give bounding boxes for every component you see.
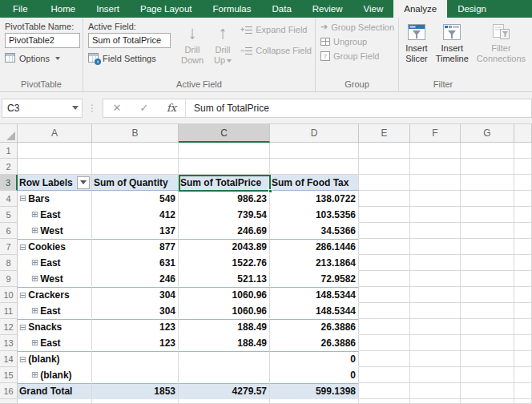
cell-C6[interactable]: 246.69 (179, 223, 270, 239)
cell-E8[interactable] (359, 255, 410, 271)
cell-A7[interactable]: ⊟Cookies (18, 239, 92, 255)
collapse-box-icon[interactable]: ⊟ (19, 323, 26, 332)
cell-F16[interactable] (410, 383, 461, 399)
cell-G15[interactable] (461, 367, 514, 383)
expand-box-icon[interactable]: ⊞ (31, 370, 38, 379)
drill-up-button[interactable]: ↑ Drill Up (208, 20, 237, 79)
expand-box-icon[interactable]: ⊞ (31, 210, 38, 219)
cell-E4[interactable] (359, 191, 410, 207)
cell-B10[interactable]: 304 (92, 287, 179, 303)
collapse-box-icon[interactable]: ⊟ (19, 194, 26, 203)
tab-view[interactable]: View (353, 0, 394, 18)
cell-F6[interactable] (410, 223, 461, 239)
drill-down-button[interactable]: ↓ Drill Down (178, 20, 207, 79)
insert-function-icon[interactable]: fx (158, 102, 185, 114)
cell-G5[interactable] (461, 207, 514, 223)
cell-D17[interactable] (270, 399, 359, 404)
cell-G8[interactable] (461, 255, 514, 271)
row-header-7[interactable]: 7 (0, 239, 18, 255)
cell-F8[interactable] (410, 255, 461, 271)
cell-D15[interactable]: 0 (270, 367, 359, 383)
cell-E13[interactable] (359, 335, 410, 351)
tab-page-layout[interactable]: Page Layout (130, 0, 203, 18)
collapse-box-icon[interactable]: ⊟ (19, 243, 26, 252)
cell-B6[interactable]: 137 (92, 223, 179, 239)
formula-content[interactable]: Sum of TotalPrice (186, 103, 269, 114)
cell-F7[interactable] (410, 239, 461, 255)
cell-H7[interactable] (514, 239, 532, 255)
row-header-1[interactable]: 1 (0, 143, 18, 159)
cell-D11[interactable]: 148.5344 (270, 303, 359, 319)
cell-A1[interactable] (18, 143, 92, 159)
cell-H3[interactable] (514, 175, 532, 191)
cell-D3[interactable]: Sum of Food Tax (270, 175, 359, 191)
cell-B15[interactable] (92, 367, 179, 383)
cell-H13[interactable] (514, 335, 532, 351)
column-header-F[interactable]: F (410, 124, 461, 143)
collapse-field-button[interactable]: − Collapse Field (240, 46, 312, 55)
cell-C7[interactable]: 2043.89 (179, 239, 270, 255)
cell-B8[interactable]: 631 (92, 255, 179, 271)
row-labels-filter-button[interactable] (77, 176, 90, 189)
expand-box-icon[interactable]: ⊞ (31, 258, 38, 267)
enter-icon[interactable]: ✓ (131, 102, 158, 114)
row-header-15[interactable]: 15 (0, 367, 18, 383)
cell-A4[interactable]: ⊟Bars (18, 191, 92, 207)
cell-D13[interactable]: 26.3886 (270, 335, 359, 351)
column-header-A[interactable]: A (18, 124, 92, 143)
cell-E10[interactable] (359, 287, 410, 303)
cell-C14[interactable] (179, 351, 270, 367)
cell-D1[interactable] (270, 143, 359, 159)
cell-D5[interactable]: 103.5356 (270, 207, 359, 223)
cell-C13[interactable]: 188.49 (179, 335, 270, 351)
row-header-12[interactable]: 12 (0, 319, 18, 335)
cell-A15[interactable]: ⊞(blank) (18, 367, 92, 383)
cell-A2[interactable] (18, 159, 92, 175)
cell-H1[interactable] (514, 143, 532, 159)
cell-H17[interactable] (514, 399, 532, 404)
column-header-C[interactable]: C (179, 124, 270, 143)
cell-B1[interactable] (92, 143, 179, 159)
collapse-box-icon[interactable]: ⊟ (19, 355, 26, 364)
cell-A14[interactable]: ⊟(blank) (18, 351, 92, 367)
cell-D9[interactable]: 72.9582 (270, 271, 359, 287)
column-header-G[interactable]: G (461, 124, 514, 143)
cell-F11[interactable] (410, 303, 461, 319)
cell-C11[interactable]: 1060.96 (179, 303, 270, 319)
cell-H16[interactable] (514, 383, 532, 399)
cell-H12[interactable] (514, 319, 532, 335)
column-header-partial[interactable] (514, 124, 532, 143)
group-field-button[interactable]: 7 Group Field (320, 51, 395, 61)
cell-B4[interactable]: 549 (92, 191, 179, 207)
row-header-5[interactable]: 5 (0, 207, 18, 223)
cell-E17[interactable] (359, 399, 410, 404)
cell-H5[interactable] (514, 207, 532, 223)
row-header-8[interactable]: 8 (0, 255, 18, 271)
cell-E6[interactable] (359, 223, 410, 239)
cell-D10[interactable]: 148.5344 (270, 287, 359, 303)
cell-C15[interactable] (179, 367, 270, 383)
cell-F5[interactable] (410, 207, 461, 223)
cell-G7[interactable] (461, 239, 514, 255)
cell-F1[interactable] (410, 143, 461, 159)
cell-A12[interactable]: ⊟Snacks (18, 319, 92, 335)
cell-G16[interactable] (461, 383, 514, 399)
column-header-E[interactable]: E (359, 124, 410, 143)
cell-C4[interactable]: 986.23 (179, 191, 270, 207)
cell-A11[interactable]: ⊞East (18, 303, 92, 319)
cell-A8[interactable]: ⊞East (18, 255, 92, 271)
cell-F10[interactable] (410, 287, 461, 303)
cell-D16[interactable]: 599.1398 (270, 383, 359, 399)
expand-box-icon[interactable]: ⊞ (31, 338, 38, 347)
cell-F15[interactable] (410, 367, 461, 383)
cell-C1[interactable] (179, 143, 270, 159)
cell-C12[interactable]: 188.49 (179, 319, 270, 335)
cell-E12[interactable] (359, 319, 410, 335)
cell-E2[interactable] (359, 159, 410, 175)
cell-E7[interactable] (359, 239, 410, 255)
cell-D14[interactable]: 0 (270, 351, 359, 367)
row-header-2[interactable]: 2 (0, 159, 18, 175)
expand-box-icon[interactable]: ⊞ (31, 226, 38, 235)
cell-B16[interactable]: 1853 (92, 383, 179, 399)
tab-file[interactable]: File (0, 0, 41, 18)
